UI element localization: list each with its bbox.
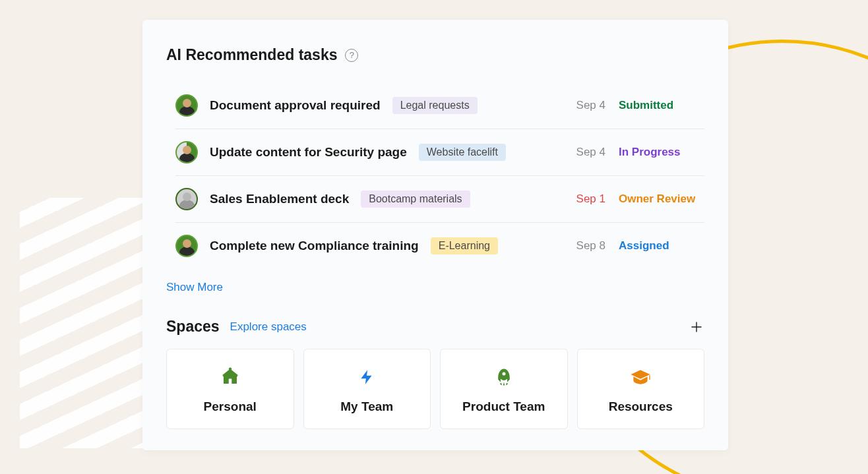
task-date: Sep 4 — [576, 99, 605, 112]
space-label: Product Team — [462, 400, 545, 414]
main-panel: AI Recommended tasks ? Document approval… — [142, 20, 728, 450]
bolt-icon — [356, 367, 377, 388]
space-label: Resources — [609, 400, 673, 414]
task-list: Document approval requiredLegal requests… — [175, 82, 704, 269]
task-status: Owner Review — [619, 193, 704, 206]
task-tag: E-Learning — [431, 237, 498, 254]
task-tag: Legal requests — [392, 97, 478, 114]
task-title: Sales Enablement deck — [210, 192, 349, 206]
avatar — [175, 188, 198, 210]
house-icon — [220, 367, 241, 388]
space-card[interactable]: My Team — [303, 349, 431, 429]
avatar — [175, 141, 198, 163]
task-row[interactable]: Sales Enablement deckBootcamp materialsS… — [175, 176, 704, 223]
task-title: Update content for Security page — [210, 145, 407, 160]
space-card[interactable]: Personal — [166, 349, 294, 429]
show-more-link[interactable]: Show More — [166, 281, 223, 294]
plus-icon — [691, 322, 702, 332]
task-status: Assigned — [619, 239, 704, 252]
help-icon[interactable]: ? — [345, 49, 358, 62]
recommended-title: AI Recommended tasks — [166, 46, 337, 64]
task-meta: Sep 4In Progress — [576, 146, 704, 159]
task-date: Sep 4 — [576, 146, 605, 159]
avatar — [175, 94, 198, 117]
grad-icon — [630, 367, 651, 388]
rocket-icon — [493, 367, 514, 388]
task-date: Sep 1 — [576, 193, 605, 206]
task-status: In Progress — [619, 146, 704, 159]
space-label: My Team — [340, 400, 393, 414]
space-label: Personal — [204, 400, 257, 414]
task-tag: Bootcamp materials — [361, 191, 470, 208]
space-card[interactable]: Resources — [577, 349, 705, 429]
space-card[interactable]: Product Team — [440, 349, 568, 429]
spaces-grid: PersonalMy TeamProduct TeamResources — [166, 349, 704, 429]
add-space-button[interactable] — [689, 319, 704, 335]
recommended-header: AI Recommended tasks ? — [166, 46, 704, 64]
spaces-header: Spaces Explore spaces — [166, 318, 704, 336]
task-tag: Website facelift — [419, 144, 506, 161]
explore-spaces-link[interactable]: Explore spaces — [230, 320, 307, 334]
avatar — [175, 235, 198, 257]
task-meta: Sep 8Assigned — [576, 239, 704, 252]
spaces-title: Spaces — [166, 318, 220, 336]
task-status: Submitted — [619, 99, 704, 112]
task-meta: Sep 1Owner Review — [576, 193, 704, 206]
task-row[interactable]: Complete new Compliance trainingE-Learni… — [175, 223, 704, 269]
task-row[interactable]: Update content for Security pageWebsite … — [175, 129, 704, 176]
task-row[interactable]: Document approval requiredLegal requests… — [175, 82, 704, 129]
task-meta: Sep 4Submitted — [576, 99, 704, 112]
task-title: Document approval required — [210, 98, 381, 113]
task-title: Complete new Compliance training — [210, 239, 419, 253]
task-date: Sep 8 — [576, 239, 605, 252]
